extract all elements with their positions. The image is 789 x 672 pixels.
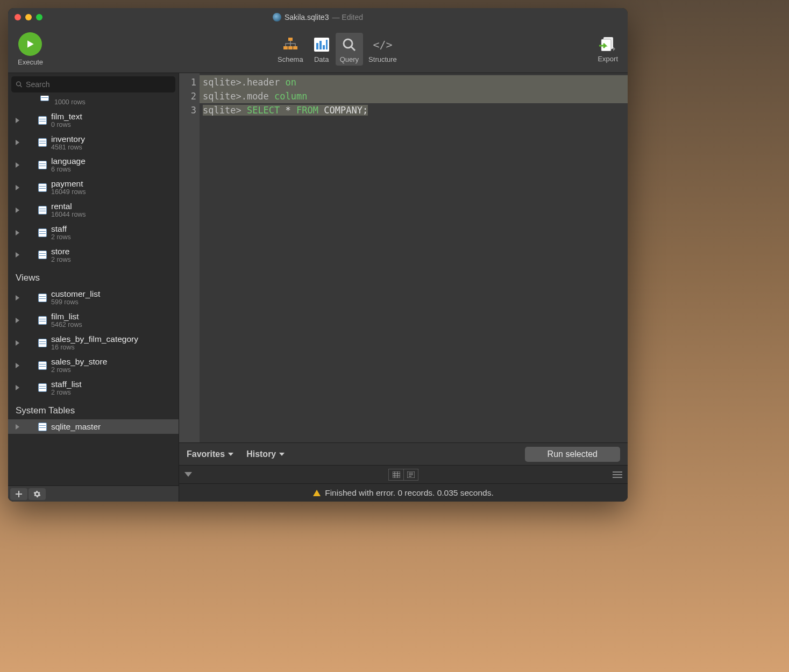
data-icon xyxy=(313,36,330,53)
run-selected-button[interactable]: Run selected xyxy=(525,447,620,462)
structure-icon: </> xyxy=(374,36,391,53)
table-row[interactable]: 1000 rows xyxy=(8,96,179,109)
results-toolbar xyxy=(179,465,628,483)
table-name: film_text xyxy=(51,112,82,121)
menu-button[interactable] xyxy=(613,471,622,478)
system-table-row[interactable]: sqlite_master xyxy=(8,419,179,434)
collapse-toggle[interactable] xyxy=(184,472,192,477)
settings-button[interactable] xyxy=(29,488,46,500)
svg-point-9 xyxy=(344,39,352,48)
table-rows: 6 rows xyxy=(51,166,86,174)
view-row[interactable]: customer_list599 rows xyxy=(8,287,179,309)
table-icon xyxy=(38,183,47,192)
text-view-button[interactable] xyxy=(403,469,418,481)
table-row[interactable]: staff2 rows xyxy=(8,221,179,244)
table-icon xyxy=(38,339,47,347)
app-icon xyxy=(273,13,281,22)
table-row[interactable]: payment16049 rows xyxy=(8,176,179,199)
data-tab[interactable]: Data xyxy=(309,33,335,66)
search-box[interactable] xyxy=(11,76,175,92)
table-row[interactable]: language6 rows xyxy=(8,154,179,176)
table-name: store xyxy=(51,247,71,256)
search-input[interactable] xyxy=(26,80,171,89)
status-text: Finished with error. 0 records. 0.035 se… xyxy=(325,488,494,498)
table-icon xyxy=(38,316,47,325)
view-mode-toggle xyxy=(388,469,418,481)
structure-tab[interactable]: </> Structure xyxy=(364,33,401,66)
code-line[interactable]: sqlite>.header on xyxy=(200,75,628,89)
table-icon xyxy=(38,423,47,431)
execute-toolbar-item[interactable]: Execute xyxy=(13,30,47,68)
svg-rect-2 xyxy=(288,46,293,49)
table-rows: 1000 rows xyxy=(54,99,86,106)
history-label: History xyxy=(246,449,276,459)
view-rows: 2 rows xyxy=(51,389,82,397)
execute-button[interactable] xyxy=(18,32,42,56)
query-label: Query xyxy=(340,55,359,63)
history-dropdown[interactable]: History xyxy=(246,449,285,459)
table-row[interactable]: inventory4581 rows xyxy=(8,132,179,154)
minimize-window-button[interactable] xyxy=(25,14,32,20)
toolbar-tabs: Schema Data Query </> Structure xyxy=(273,33,401,66)
close-window-button[interactable] xyxy=(15,14,21,20)
view-row[interactable]: sales_by_film_category16 rows xyxy=(8,332,179,354)
view-rows: 2 rows xyxy=(51,367,107,374)
table-icon xyxy=(38,361,47,370)
chevron-down-icon xyxy=(228,453,233,456)
search-icon xyxy=(16,81,23,88)
warning-icon xyxy=(313,490,321,496)
query-tab[interactable]: Query xyxy=(336,33,363,66)
plus-icon xyxy=(15,490,23,498)
svg-rect-1 xyxy=(283,46,288,49)
query-icon xyxy=(340,36,358,53)
view-row[interactable]: sales_by_store2 rows xyxy=(8,354,179,377)
line-number: 3 xyxy=(179,103,196,117)
titlebar: Sakila.sqlite3 — Edited xyxy=(8,8,628,26)
text-icon xyxy=(407,471,415,478)
code-line[interactable]: sqlite>.mode column xyxy=(200,89,628,103)
views-section-header: Views xyxy=(8,266,179,287)
table-rows: 16049 rows xyxy=(51,189,86,196)
svg-rect-6 xyxy=(319,41,322,49)
grid-icon xyxy=(393,471,400,478)
svg-line-10 xyxy=(351,47,355,51)
chevron-right-icon xyxy=(16,295,19,301)
favorites-dropdown[interactable]: Favorites xyxy=(187,449,233,459)
zoom-window-button[interactable] xyxy=(36,14,42,20)
sql-editor[interactable]: 1 2 3 sqlite>.header on sqlite>.mode col… xyxy=(179,73,628,442)
schema-tab[interactable]: Schema xyxy=(273,33,308,66)
grid-view-button[interactable] xyxy=(388,469,403,481)
add-button[interactable] xyxy=(10,488,27,500)
table-icon xyxy=(38,383,47,392)
table-icon xyxy=(40,96,49,101)
export-toolbar-item[interactable]: Export xyxy=(593,34,622,65)
table-rows: 16044 rows xyxy=(51,211,86,219)
table-row[interactable]: film_text0 rows xyxy=(8,109,179,132)
code-line[interactable]: sqlite> SELECT * FROM COMPANY; xyxy=(200,103,628,117)
chevron-right-icon xyxy=(16,140,19,145)
chevron-right-icon xyxy=(16,118,19,123)
table-icon xyxy=(38,206,47,215)
sidebar: 1000 rows film_text0 rows inventory4581 … xyxy=(8,73,179,502)
table-row[interactable]: rental16044 rows xyxy=(8,199,179,221)
table-name: rental xyxy=(51,202,86,211)
view-rows: 599 rows xyxy=(51,299,100,306)
view-name: customer_list xyxy=(51,289,100,298)
table-icon xyxy=(38,116,47,125)
sidebar-tree[interactable]: 1000 rows film_text0 rows inventory4581 … xyxy=(8,96,179,485)
view-row[interactable]: staff_list2 rows xyxy=(8,377,179,399)
execute-label: Execute xyxy=(18,58,43,66)
code-area[interactable]: sqlite>.header on sqlite>.mode column sq… xyxy=(200,73,628,442)
chevron-right-icon xyxy=(16,185,19,190)
hamburger-icon xyxy=(613,471,622,473)
main-panel: 1 2 3 sqlite>.header on sqlite>.mode col… xyxy=(179,73,628,502)
chevron-right-icon xyxy=(16,208,19,213)
toolbar: Execute Schema Data Query xyxy=(8,26,628,73)
chevron-down-icon xyxy=(279,453,285,456)
chevron-right-icon xyxy=(16,340,19,346)
view-row[interactable]: film_list5462 rows xyxy=(8,309,179,332)
table-icon xyxy=(38,251,47,259)
app-window: Sakila.sqlite3 — Edited Execute Schema xyxy=(8,8,628,502)
svg-rect-8 xyxy=(326,40,328,49)
table-row[interactable]: store2 rows xyxy=(8,244,179,267)
